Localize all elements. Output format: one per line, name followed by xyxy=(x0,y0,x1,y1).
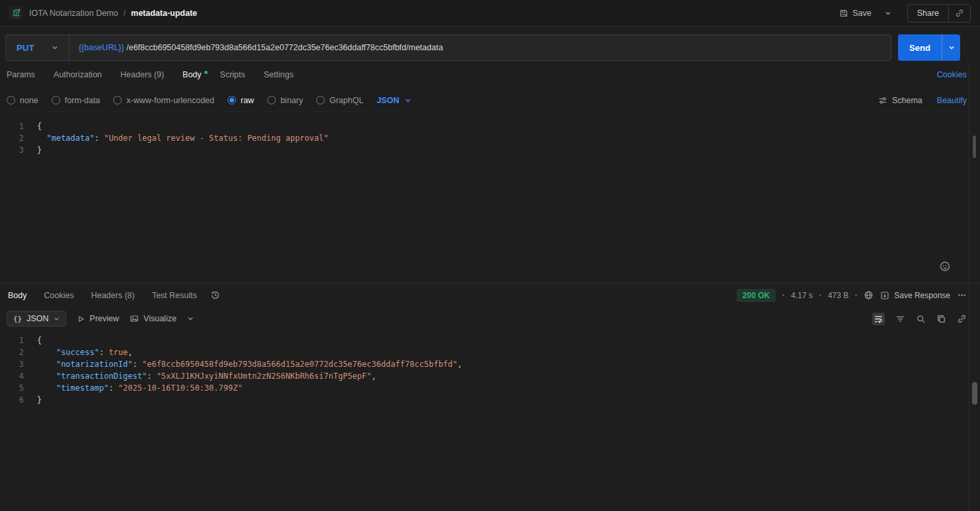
wrap-text-icon[interactable] xyxy=(872,313,885,325)
workspace-icon[interactable] xyxy=(9,7,22,20)
breadcrumb: IOTA Notarization Demo / metadata-update xyxy=(29,9,197,18)
visualize-button[interactable]: Visualize xyxy=(130,314,177,323)
tab-params[interactable]: Params xyxy=(7,70,35,79)
send-button[interactable]: Send xyxy=(898,34,960,61)
code-line: 3} xyxy=(0,144,980,156)
save-options-chevron-icon[interactable] xyxy=(882,7,894,19)
body-type-raw[interactable]: raw xyxy=(227,96,254,105)
schema-label: Schema xyxy=(892,96,922,105)
response-toolbar: {} JSON Preview Visualize xyxy=(0,307,980,331)
method-label: PUT xyxy=(17,43,34,53)
language-chevron-icon xyxy=(405,97,411,104)
request-url-row: PUT {{baseURL}} /e6f8ccb6950458fd9eb793d… xyxy=(5,34,960,61)
radio-label: raw xyxy=(241,96,254,105)
radio-label: none xyxy=(20,96,38,105)
language-label: JSON xyxy=(377,96,399,105)
response-tab-headers[interactable]: Headers (8) xyxy=(91,291,135,300)
network-info-icon[interactable] xyxy=(864,290,874,300)
request-tabs: Params Authorization Headers (9) Body Sc… xyxy=(0,61,980,89)
toolbar-chevron-icon[interactable] xyxy=(187,315,194,322)
url-input[interactable]: {{baseURL}} /e6f8ccb6950458fd9eb793d8a56… xyxy=(69,43,891,52)
code-line: 1{ xyxy=(0,120,980,132)
body-type-graphql[interactable]: GraphQL xyxy=(316,96,363,105)
radio-icon xyxy=(267,96,276,104)
tab-authorization[interactable]: Authorization xyxy=(54,70,102,79)
braces-icon: {} xyxy=(13,315,22,323)
body-type-none[interactable]: none xyxy=(7,96,38,105)
method-select[interactable]: PUT xyxy=(6,35,69,60)
meta-separator xyxy=(819,294,821,296)
preview-button[interactable]: Preview xyxy=(77,314,119,323)
code-line: 6} xyxy=(0,394,980,406)
breadcrumb-workspace[interactable]: IOTA Notarization Demo xyxy=(29,9,118,18)
response-toolbar-right xyxy=(872,313,967,325)
radio-label: binary xyxy=(280,96,303,105)
radio-icon xyxy=(113,96,122,104)
meta-separator xyxy=(782,294,784,296)
body-type-form-data[interactable]: form-data xyxy=(52,96,101,105)
response-tab-body[interactable]: Body xyxy=(8,291,27,300)
response-size[interactable]: 473 B xyxy=(828,291,848,300)
body-row-right: Schema Beautify xyxy=(878,96,967,105)
share-split-button: Share xyxy=(907,4,971,22)
format-chevron-icon xyxy=(54,316,60,322)
response-body-viewer[interactable]: 1{2 "success": true,3 "notarizationId": … xyxy=(0,331,980,487)
visualize-label: Visualize xyxy=(143,314,177,323)
save-button[interactable]: Save xyxy=(835,6,876,20)
response-editor-scrollbar[interactable] xyxy=(972,382,977,405)
response-history-icon[interactable] xyxy=(210,290,220,300)
send-options-chevron-icon[interactable] xyxy=(942,34,960,61)
meta-separator xyxy=(855,294,857,296)
radio-icon xyxy=(7,96,15,104)
response-format-select[interactable]: {} JSON xyxy=(7,311,66,327)
radio-label: GraphQL xyxy=(329,96,363,105)
filter-icon[interactable] xyxy=(895,314,905,324)
image-icon xyxy=(130,314,139,323)
url-variable: {{baseURL}} xyxy=(79,43,124,52)
body-modified-dot xyxy=(204,71,208,74)
request-body-editor[interactable]: 1{2 "metadata": "Under legal review - St… xyxy=(0,112,980,283)
response-body-panel: {} JSON Preview Visualize xyxy=(0,307,980,487)
response-time[interactable]: 4.17 s xyxy=(791,291,813,300)
play-icon xyxy=(77,315,85,323)
status-badge[interactable]: 200 OK xyxy=(737,289,776,302)
breadcrumb-separator: / xyxy=(124,9,126,18)
code-line: 5 "timestamp": "2025-10-16T10:50:30.799Z… xyxy=(0,382,980,394)
url-box: PUT {{baseURL}} /e6f8ccb6950458fd9eb793d… xyxy=(5,34,891,61)
cookies-link[interactable]: Cookies xyxy=(937,70,967,79)
more-options-icon[interactable] xyxy=(957,290,967,300)
code-line: 1{ xyxy=(0,334,980,346)
topbar: IOTA Notarization Demo / metadata-update… xyxy=(0,0,980,26)
response-tab-test-results[interactable]: Test Results xyxy=(152,291,197,300)
share-button[interactable]: Share xyxy=(908,9,948,18)
body-type-row: none form-data x-www-form-urlencoded raw… xyxy=(0,89,980,112)
search-icon[interactable] xyxy=(916,314,926,324)
body-type-binary[interactable]: binary xyxy=(267,96,303,105)
radio-label: x-www-form-urlencoded xyxy=(126,96,214,105)
schema-icon xyxy=(878,96,887,105)
url-path: /e6f8ccb6950458fd9eb793d8a566d15a2e0772d… xyxy=(126,43,443,52)
code-line: 2 "metadata": "Under legal review - Stat… xyxy=(0,132,980,144)
beautify-button[interactable]: Beautify xyxy=(937,96,967,105)
link-icon[interactable] xyxy=(957,314,967,324)
send-label: Send xyxy=(898,43,942,53)
tab-headers[interactable]: Headers (9) xyxy=(120,70,164,79)
request-editor-scrollbar[interactable] xyxy=(973,136,976,158)
radio-icon xyxy=(52,96,60,104)
preview-label: Preview xyxy=(90,314,119,323)
response-meta: 200 OK 4.17 s 473 B Save Response xyxy=(737,289,967,302)
response-tab-cookies[interactable]: Cookies xyxy=(44,291,74,300)
response-format-label: JSON xyxy=(26,314,48,323)
radio-icon xyxy=(227,96,236,104)
response-header: Body Cookies Headers (8) Test Results 20… xyxy=(0,283,980,307)
tab-settings[interactable]: Settings xyxy=(264,70,294,79)
radio-icon xyxy=(316,96,325,104)
tab-scripts[interactable]: Scripts xyxy=(220,70,245,79)
language-select[interactable]: JSON xyxy=(377,96,411,105)
tab-body-label: Body xyxy=(183,70,202,79)
copy-link-icon[interactable] xyxy=(949,9,970,18)
tab-body[interactable]: Body xyxy=(183,70,202,79)
body-type-urlencoded[interactable]: x-www-form-urlencoded xyxy=(113,96,214,105)
radio-label: form-data xyxy=(65,96,101,105)
schema-button[interactable]: Schema xyxy=(878,96,922,105)
